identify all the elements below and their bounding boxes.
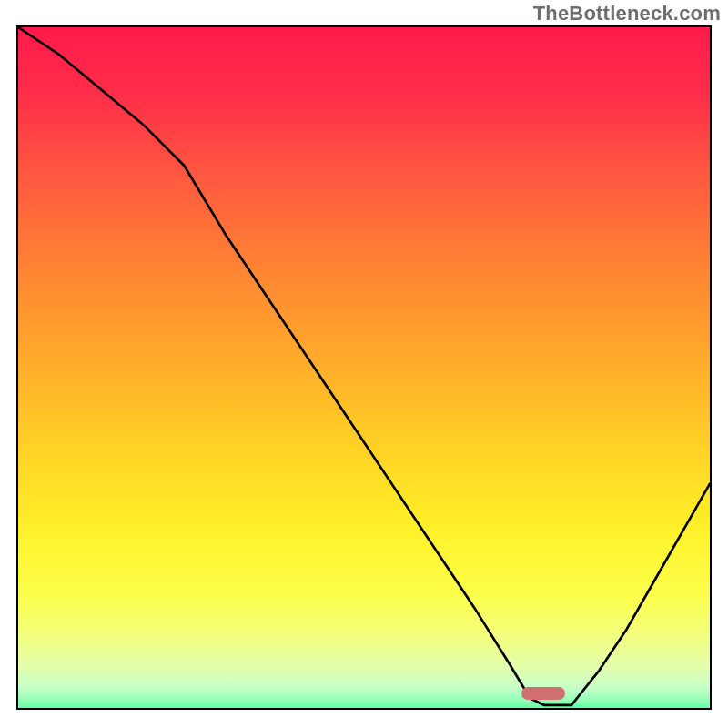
bottleneck-curve	[18, 27, 710, 710]
watermark-text: TheBottleneck.com	[533, 2, 721, 25]
optimum-marker	[521, 687, 565, 700]
chart-panel	[16, 25, 712, 710]
